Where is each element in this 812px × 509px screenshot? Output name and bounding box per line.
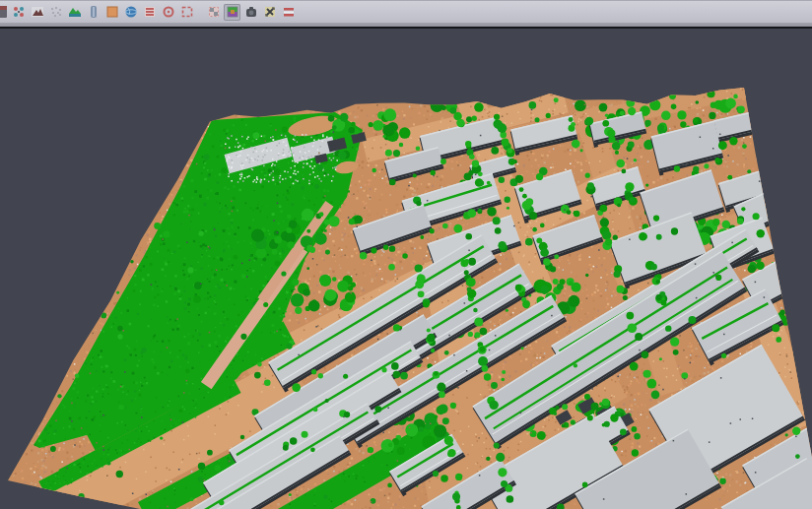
remove-layer-icon <box>282 5 296 19</box>
clear-selection-icon <box>263 5 277 19</box>
hillshade-icon <box>31 5 44 19</box>
toolbar-button-globe-view[interactable] <box>122 4 139 21</box>
point-cloud-icon <box>49 5 63 19</box>
toolbar-button-classification-colormap[interactable] <box>224 4 240 21</box>
toolbar-divider <box>0 27 812 29</box>
top-chrome <box>0 0 812 29</box>
toolbar-button-open-project[interactable] <box>0 4 8 21</box>
toolbar-button-hillshade[interactable] <box>29 4 45 21</box>
open-project-icon <box>0 5 7 19</box>
toolbar-button-texture-grid[interactable] <box>205 4 222 21</box>
classification-colormap-icon <box>226 5 239 19</box>
toolbar-button-profile-view[interactable] <box>85 4 102 21</box>
toolbar-button-point-classes[interactable] <box>10 4 27 21</box>
toolbar-button-circle-selection[interactable] <box>160 4 176 21</box>
toolbar-button-point-cloud[interactable] <box>47 4 64 21</box>
crop-region-icon <box>180 5 194 19</box>
attribute-list-icon <box>143 5 157 19</box>
profile-view-icon <box>87 5 101 19</box>
snapshot-camera-icon <box>244 5 258 19</box>
toolbar-button-area-selection[interactable] <box>103 4 120 21</box>
toolbar-button-crop-region[interactable] <box>178 4 195 21</box>
toolbar <box>0 0 812 23</box>
toolbar-button-snapshot-camera[interactable] <box>242 4 259 21</box>
circle-selection-icon <box>162 5 175 19</box>
toolbar-button-clear-selection[interactable] <box>261 4 278 21</box>
toolbar-button-remove-layer[interactable] <box>280 4 297 21</box>
point-cloud-canvas[interactable] <box>0 0 812 509</box>
application-window <box>0 0 812 509</box>
area-selection-icon <box>105 5 119 19</box>
point-classes-icon <box>12 5 26 19</box>
toolbar-button-attribute-list[interactable] <box>141 4 158 21</box>
texture-grid-icon <box>207 5 221 19</box>
terrain-model-icon <box>68 5 82 19</box>
globe-view-icon <box>124 5 138 19</box>
toolbar-button-terrain-model[interactable] <box>66 4 83 21</box>
